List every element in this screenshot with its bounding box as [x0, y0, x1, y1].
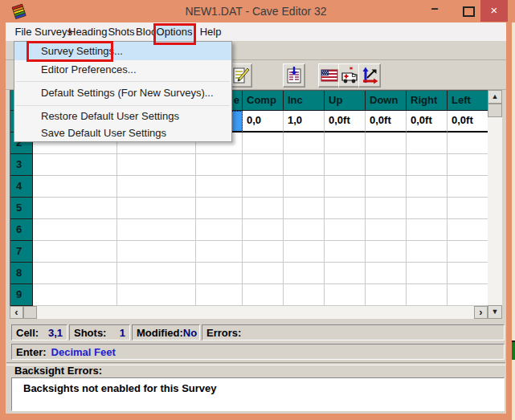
grid-cell[interactable]: [325, 154, 366, 176]
row-header-5[interactable]: 5: [10, 198, 33, 219]
grid-cell[interactable]: [448, 176, 488, 198]
grid-cell[interactable]: [407, 284, 448, 306]
grid-cell[interactable]: [196, 263, 243, 284]
grid-cell[interactable]: [196, 284, 243, 306]
grid-cell[interactable]: [325, 198, 366, 219]
grid-cell[interactable]: [243, 176, 284, 198]
menubar-item-options[interactable]: Options: [156, 23, 193, 40]
menubar-item-shots[interactable]: Shots: [107, 23, 136, 40]
column-header-down[interactable]: Down: [366, 91, 407, 111]
grid-cell[interactable]: [117, 219, 196, 241]
import-shots-button[interactable]: [283, 63, 305, 88]
menubar-item-heading[interactable]: Heading: [68, 23, 107, 40]
grid-cell[interactable]: [284, 154, 325, 176]
column-header-comp[interactable]: Comp: [243, 91, 284, 111]
menu-item-editor-preferences[interactable]: Editor Preferences...: [14, 60, 231, 79]
grid-cell[interactable]: [243, 219, 284, 241]
row-header-6[interactable]: 6: [10, 219, 33, 241]
edit-survey-button[interactable]: [230, 63, 252, 88]
grid-cell[interactable]: [33, 263, 117, 284]
grid-cell-down[interactable]: 0,0ft: [366, 111, 407, 133]
grid-cell[interactable]: [284, 176, 325, 198]
grid-cell[interactable]: [366, 133, 407, 154]
grid-row[interactable]: 8: [10, 263, 488, 284]
menubar-item-file[interactable]: File: [12, 23, 35, 40]
grid-cell-comp[interactable]: 0,0: [243, 111, 284, 133]
grid-cell[interactable]: [243, 263, 284, 284]
grid-cell[interactable]: [407, 219, 448, 241]
scroll-up-button[interactable]: ▲: [488, 90, 502, 104]
column-header-up[interactable]: Up: [325, 91, 366, 111]
grid-cell[interactable]: [196, 198, 243, 219]
grid-cell-left[interactable]: 0,0ft: [448, 111, 488, 133]
grid-cell[interactable]: [366, 263, 407, 284]
grid-cell[interactable]: [366, 284, 407, 306]
grid-cell[interactable]: [325, 241, 366, 263]
column-header-left[interactable]: Left: [448, 91, 488, 111]
grid-cell[interactable]: [117, 241, 196, 263]
grid-cell[interactable]: [284, 284, 325, 306]
grid-cell[interactable]: [325, 219, 366, 241]
grid-cell[interactable]: [407, 263, 448, 284]
scroll-left-button[interactable]: ‹: [10, 306, 23, 319]
units-flag-button[interactable]: [318, 63, 341, 88]
grid-cell[interactable]: [33, 154, 117, 176]
column-header-right[interactable]: Right: [407, 91, 448, 111]
grid-cell[interactable]: [325, 284, 366, 306]
grid-cell[interactable]: [33, 241, 117, 263]
scroll-right-button[interactable]: ›: [474, 306, 488, 319]
menu-item-default-settings[interactable]: Default Settings (For New Surveys)...: [14, 84, 231, 103]
grid-cell[interactable]: [284, 219, 325, 241]
grid-cell[interactable]: [243, 241, 284, 263]
grid-cell[interactable]: [33, 284, 117, 306]
grid-cell[interactable]: [284, 133, 325, 154]
title-bar[interactable]: NEW1.DAT - Cave Editor 32 – ×: [0, 0, 515, 22]
close-button[interactable]: ×: [480, 0, 508, 22]
grid-cell[interactable]: [196, 219, 243, 241]
grid-cell[interactable]: [243, 284, 284, 306]
grid-cell[interactable]: [284, 198, 325, 219]
grid-cell[interactable]: [243, 198, 284, 219]
error-check-button[interactable]: [338, 63, 361, 88]
grid-cell[interactable]: [448, 154, 488, 176]
grid-cell[interactable]: [117, 154, 196, 176]
menubar-item-help[interactable]: Help: [198, 23, 223, 40]
row-header-3[interactable]: 3: [10, 154, 33, 176]
grid-cell[interactable]: [366, 241, 407, 263]
grid-cell-inc[interactable]: 1,0: [284, 111, 325, 133]
grid-cell[interactable]: [33, 219, 117, 241]
grid-row[interactable]: 7: [10, 241, 488, 263]
grid-cell[interactable]: [284, 263, 325, 284]
grid-cell[interactable]: [366, 154, 407, 176]
grid-cell[interactable]: [33, 198, 117, 219]
grid-cell[interactable]: [117, 176, 196, 198]
row-header-7[interactable]: 7: [10, 241, 33, 263]
grid-cell[interactable]: [448, 241, 488, 263]
grid-cell[interactable]: [407, 241, 448, 263]
grid-cell[interactable]: [407, 176, 448, 198]
grid-cell[interactable]: [117, 198, 196, 219]
grid-cell[interactable]: [117, 284, 196, 306]
grid-cell[interactable]: [448, 284, 488, 306]
grid-cell[interactable]: [448, 219, 488, 241]
row-header-9[interactable]: 9: [10, 284, 33, 306]
grid-cell[interactable]: [325, 176, 366, 198]
grid-row[interactable]: 3: [10, 154, 488, 176]
grid-cell[interactable]: [448, 133, 488, 154]
grid-row[interactable]: 9: [10, 284, 488, 306]
maximize-button[interactable]: [455, 0, 482, 22]
grid-cell[interactable]: [325, 263, 366, 284]
grid-row[interactable]: 5: [10, 198, 488, 219]
vertical-scrollbar[interactable]: ▲ ▼: [488, 90, 502, 319]
grid-cell[interactable]: [366, 176, 407, 198]
grid-cell[interactable]: [325, 133, 366, 154]
grid-cell[interactable]: [196, 241, 243, 263]
grid-cell-up[interactable]: 0,0ft: [325, 111, 366, 133]
horizontal-scroll-thumb[interactable]: [23, 306, 37, 319]
scroll-down-button[interactable]: ▼: [488, 305, 502, 319]
grid-cell[interactable]: [33, 176, 117, 198]
grid-cell[interactable]: [243, 154, 284, 176]
row-header-4[interactable]: 4: [10, 176, 33, 198]
grid-cell[interactable]: [407, 198, 448, 219]
grid-cell[interactable]: [366, 219, 407, 241]
